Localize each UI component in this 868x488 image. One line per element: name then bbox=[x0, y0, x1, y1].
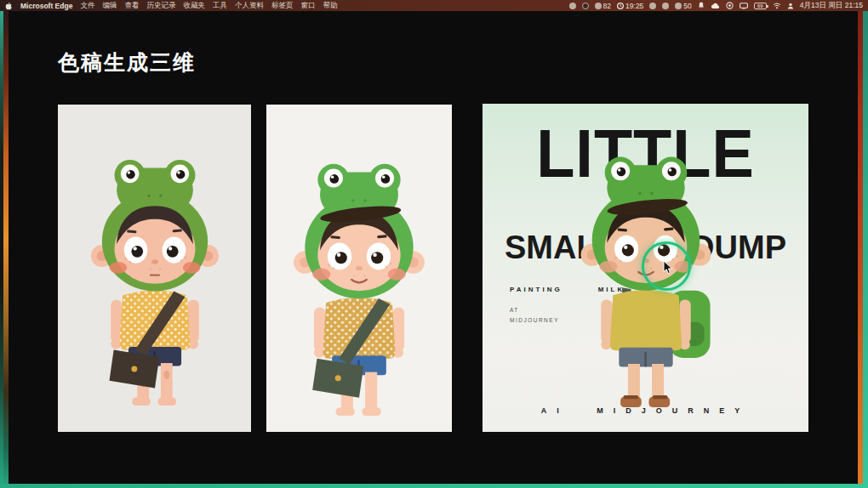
settings-icon[interactable] bbox=[569, 3, 576, 9]
wifi-icon[interactable] bbox=[773, 3, 781, 9]
bell-icon[interactable] bbox=[698, 2, 705, 9]
presentation-slide: 色稿生成三维 LITTLE SMALL DUMP PAINTING MILK A… bbox=[9, 11, 858, 484]
frog-hat-boy-flat-illustration bbox=[74, 133, 236, 411]
wallpaper-edge-right-teal bbox=[863, 11, 868, 488]
record-icon[interactable] bbox=[726, 2, 734, 9]
menu-tabs[interactable]: 标签页 bbox=[271, 1, 294, 11]
image-3d-poster-render: LITTLE SMALL DUMP PAINTING MILK AT MIDJO… bbox=[483, 104, 808, 432]
menu-help[interactable]: 帮助 bbox=[323, 1, 337, 11]
menu-profiles[interactable]: 个人资料 bbox=[235, 1, 264, 11]
menu-tools[interactable]: 工具 bbox=[213, 1, 227, 11]
poster-footer: AI MIDJOURNEY bbox=[483, 406, 808, 415]
credit-painting: PAINTING bbox=[510, 286, 562, 293]
menu-file[interactable]: 文件 bbox=[80, 1, 94, 11]
battery-icon[interactable]: 69 bbox=[754, 3, 767, 9]
macos-menubar: Microsoft Edge 文件 编辑 查看 历史记录 收藏夹 工具 个人资料… bbox=[0, 0, 868, 11]
timer-status[interactable]: 19:25 bbox=[617, 2, 643, 10]
wechat-icon[interactable] bbox=[662, 3, 669, 9]
menubar-datetime[interactable]: 4月13日 周日 21:15 bbox=[800, 1, 863, 11]
input-method-icon[interactable] bbox=[582, 3, 589, 9]
frog-hat-boy-soft-3d bbox=[277, 136, 443, 422]
menu-favorites[interactable]: 收藏夹 bbox=[183, 1, 205, 11]
display-icon[interactable] bbox=[740, 3, 748, 9]
coin-badge-50[interactable]: 50 bbox=[675, 2, 691, 10]
menu-history[interactable]: 历史记录 bbox=[146, 1, 175, 11]
wallpaper-edge-bottom-teal bbox=[0, 484, 868, 488]
image-flat-color-draft bbox=[58, 105, 251, 432]
cloud-icon[interactable] bbox=[711, 3, 720, 9]
image-soft-3d-draft bbox=[266, 105, 452, 432]
menu-view[interactable]: 查看 bbox=[124, 1, 139, 11]
user-icon[interactable] bbox=[787, 3, 794, 9]
menubar-app-name[interactable]: Microsoft Edge bbox=[20, 2, 72, 10]
apple-menu-icon[interactable] bbox=[5, 2, 13, 10]
mouse-cursor-icon bbox=[663, 260, 673, 275]
menu-edit[interactable]: 编辑 bbox=[102, 1, 117, 11]
chat-icon[interactable] bbox=[649, 3, 656, 9]
menu-window[interactable]: 窗口 bbox=[300, 1, 315, 11]
app-badge-82[interactable]: 82 bbox=[595, 2, 611, 10]
slide-title: 色稿生成三维 bbox=[58, 48, 196, 77]
timer-icon bbox=[617, 3, 624, 9]
